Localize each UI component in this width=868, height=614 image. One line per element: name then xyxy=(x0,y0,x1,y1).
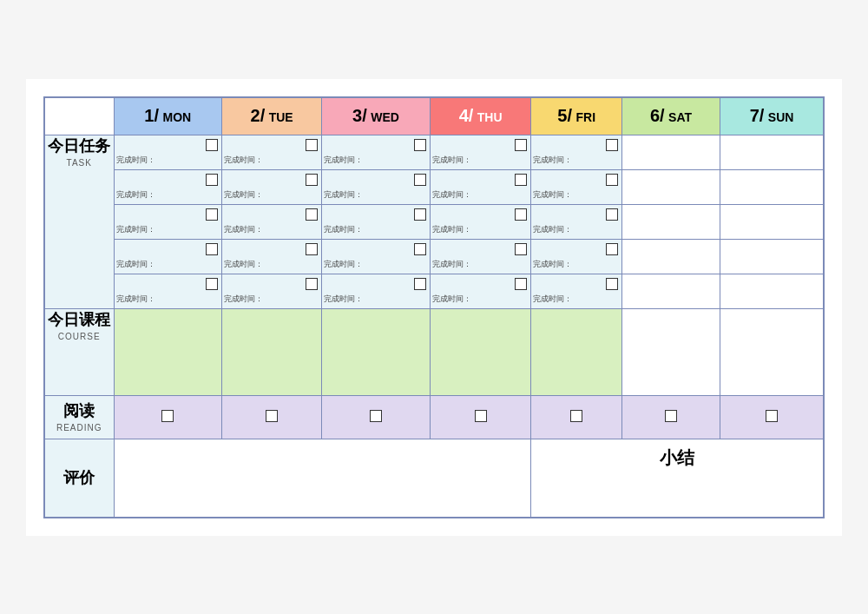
task-thu-4: 完成时间： xyxy=(430,240,531,274)
complete-time-wed-1: 完成时间： xyxy=(322,153,429,169)
mon-num: 1/ xyxy=(144,106,159,125)
checkbox-thu-3[interactable] xyxy=(515,208,527,221)
checkbox-tue-3[interactable] xyxy=(306,208,318,221)
reading-tue xyxy=(221,396,321,439)
checkbox-fri-5[interactable] xyxy=(606,278,618,290)
wed-num: 3/ xyxy=(352,106,367,125)
sun-num: 7/ xyxy=(750,106,765,125)
course-wed xyxy=(322,309,430,396)
task-mon-4: 完成时间： xyxy=(114,240,221,274)
course-row: 今日课程 COURSE xyxy=(44,309,824,396)
header-empty xyxy=(44,97,114,135)
tue-name: TUE xyxy=(269,110,293,124)
header-mon: 1/ MON xyxy=(114,97,221,135)
complete-time-tue-2: 完成时间： xyxy=(222,188,321,204)
eval-content xyxy=(114,439,531,518)
task-thu-3: 完成时间： xyxy=(430,205,531,240)
task-row-1: 今日任务 TASK 完成时间： 完成时间： 完成时间： 完成时间： xyxy=(44,135,824,170)
task-fri-3: 完成时间： xyxy=(531,205,621,240)
task-sat-5 xyxy=(621,274,720,309)
task-wed-5: 完成时间： xyxy=(322,274,430,309)
complete-time-thu-2: 完成时间： xyxy=(431,188,531,204)
complete-time-mon-5: 完成时间： xyxy=(115,292,221,308)
checkbox-fri-3[interactable] xyxy=(606,208,618,221)
checkbox-tue-1[interactable] xyxy=(306,139,318,151)
header-thu: 4/ THU xyxy=(430,97,531,135)
checkbox-reading-thu[interactable] xyxy=(475,410,487,422)
checkbox-reading-fri[interactable] xyxy=(570,410,582,422)
fri-num: 5/ xyxy=(557,106,572,125)
header-row: 1/ MON 2/ TUE 3/ WED 4/ THU 5/ FRI xyxy=(44,97,824,135)
eval-summary: 小结 xyxy=(531,439,824,518)
checkbox-wed-3[interactable] xyxy=(414,208,426,221)
complete-time-thu-3: 完成时间： xyxy=(431,222,531,239)
task-mon-2: 完成时间： xyxy=(114,170,221,205)
task-wed-1: 完成时间： xyxy=(322,135,430,170)
reading-sat xyxy=(621,396,720,439)
complete-time-mon-4: 完成时间： xyxy=(115,257,221,274)
checkbox-tue-5[interactable] xyxy=(306,278,318,290)
checkbox-mon-3[interactable] xyxy=(206,208,218,221)
reading-sun xyxy=(720,396,824,439)
mon-name: MON xyxy=(162,110,191,124)
checkbox-thu-1[interactable] xyxy=(515,139,527,151)
checkbox-thu-4[interactable] xyxy=(515,243,527,255)
header-sun: 7/ SUN xyxy=(720,97,824,135)
thu-name: THU xyxy=(477,110,503,124)
task-wed-4: 完成时间： xyxy=(322,240,430,274)
task-sun-3 xyxy=(720,205,824,240)
task-fri-4: 完成时间： xyxy=(531,240,621,274)
checkbox-tue-2[interactable] xyxy=(306,174,318,186)
reading-thu xyxy=(430,396,531,439)
checkbox-thu-2[interactable] xyxy=(515,174,527,186)
checkbox-fri-2[interactable] xyxy=(606,174,618,186)
checkbox-fri-4[interactable] xyxy=(606,243,618,255)
task-fri-2: 完成时间： xyxy=(531,170,621,205)
checkbox-reading-sun[interactable] xyxy=(766,410,778,422)
checkbox-thu-5[interactable] xyxy=(515,278,527,290)
reading-wed xyxy=(322,396,430,439)
checkbox-reading-tue[interactable] xyxy=(266,410,278,422)
checkbox-wed-1[interactable] xyxy=(414,139,426,151)
task-fri-1: 完成时间： xyxy=(531,135,621,170)
course-label: 今日课程 COURSE xyxy=(44,309,114,396)
task-mon-5: 完成时间： xyxy=(114,274,221,309)
reading-label-zh: 阅读 xyxy=(45,400,114,422)
task-sun-1 xyxy=(720,135,824,170)
complete-time-fri-3: 完成时间： xyxy=(531,222,621,239)
checkbox-wed-2[interactable] xyxy=(414,174,426,186)
schedule-table: 1/ MON 2/ TUE 3/ WED 4/ THU 5/ FRI xyxy=(43,96,825,518)
course-mon xyxy=(114,309,221,396)
sat-name: SAT xyxy=(668,110,692,124)
task-fri-5: 完成时间： xyxy=(531,274,621,309)
complete-time-mon-3: 完成时间： xyxy=(115,222,221,239)
task-sat-1 xyxy=(621,135,720,170)
sun-name: SUN xyxy=(768,110,794,124)
eval-row: 评价 小结 xyxy=(44,439,824,518)
complete-time-wed-4: 完成时间： xyxy=(322,257,429,274)
complete-time-mon-2: 完成时间： xyxy=(115,188,221,204)
reading-row: 阅读 READING xyxy=(44,396,824,439)
checkbox-mon-5[interactable] xyxy=(206,278,218,290)
checkbox-wed-4[interactable] xyxy=(414,243,426,255)
header-fri: 5/ FRI xyxy=(531,97,621,135)
checkbox-wed-5[interactable] xyxy=(414,278,426,290)
checkbox-mon-4[interactable] xyxy=(206,243,218,255)
task-sun-5 xyxy=(720,274,824,309)
eval-label-zh: 评价 xyxy=(52,467,107,489)
checkbox-mon-1[interactable] xyxy=(206,139,218,151)
complete-time-thu-4: 完成时间： xyxy=(431,257,531,274)
header-tue: 2/ TUE xyxy=(221,97,321,135)
task-label-zh: 今日任务 xyxy=(45,135,114,157)
reading-label-en: READING xyxy=(45,422,114,434)
checkbox-reading-sat[interactable] xyxy=(665,410,677,422)
complete-time-mon-1: 完成时间： xyxy=(115,153,221,169)
task-thu-1: 完成时间： xyxy=(430,135,531,170)
checkbox-fri-1[interactable] xyxy=(606,139,618,151)
checkbox-mon-2[interactable] xyxy=(206,174,218,186)
task-row-4: 完成时间： 完成时间： 完成时间： 完成时间： 完成时间： xyxy=(44,240,824,274)
checkbox-tue-4[interactable] xyxy=(306,243,318,255)
checkbox-reading-mon[interactable] xyxy=(161,410,174,422)
checkbox-reading-wed[interactable] xyxy=(370,410,382,422)
complete-time-wed-5: 完成时间： xyxy=(322,292,429,308)
